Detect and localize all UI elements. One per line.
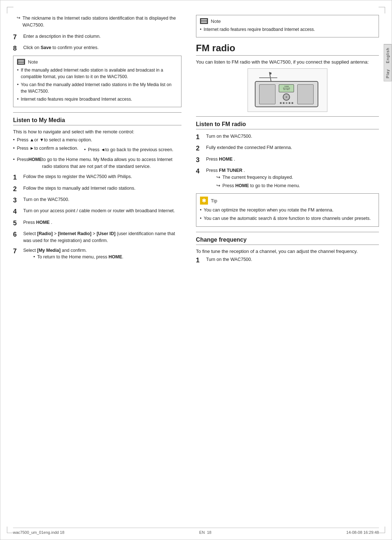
s7-sub-bullet: • To return to the Home menu, press HOME… xyxy=(23,254,181,261)
note-bullet-1: If the manually added Internet radio sta… xyxy=(17,67,177,80)
change-frequency-heading: Change frequency xyxy=(196,237,379,245)
note-right-bullets: Internet radio features require broadban… xyxy=(200,26,375,33)
tip-title: Tip xyxy=(211,198,217,203)
device-body: FM/AMANTENNA88.0 MHz xyxy=(255,81,318,107)
navigate-bullets: Press ▲or ▼to select a menu option. Pres… xyxy=(13,137,181,170)
note-title: Note xyxy=(28,59,38,65)
change-freq-step-1: 1 Turn on the WAC7500. xyxy=(196,256,379,265)
my-media-step-5: 5 Press HOME . xyxy=(13,219,181,227)
device-knob xyxy=(283,93,290,101)
my-media-step-3: 3 Turn on the WAC7500. xyxy=(13,196,181,205)
fm-steps: 1 Turn on the WAC7500. 2 Fully extended … xyxy=(196,133,379,190)
note-icon-right xyxy=(200,18,208,24)
s7-text: Select [My Media] and confirm. • To retu… xyxy=(23,247,181,262)
btn-dot-5 xyxy=(291,102,293,104)
s1-text: Follow the steps to register the WAC7500… xyxy=(23,173,181,180)
cf-s1-num: 1 xyxy=(196,256,204,265)
fm-s2-num: 2 xyxy=(196,144,204,153)
my-media-step-2: 2 Follow the steps to manually add Inter… xyxy=(13,185,181,193)
note-bullets: If the manually added Internet radio sta… xyxy=(17,67,177,102)
s5-num: 5 xyxy=(13,219,21,227)
footer-left: wac7500_um_01eng.indd 18 xyxy=(13,530,64,535)
fm-s3-text: Press HOME . xyxy=(206,156,379,163)
fm-step-1: 1 Turn on the WAC7500. xyxy=(196,133,379,141)
s6-text: Select [Radio] > [Internet Radio] > [Use… xyxy=(23,230,181,244)
s5-text: Press HOME . xyxy=(23,219,181,226)
side-tab-play-label: Play xyxy=(384,66,391,81)
s4-text: Turn on your access point / cable modem … xyxy=(23,207,181,214)
knob-center xyxy=(286,96,287,98)
step-8: 8 Click on Save to confirm your entries. xyxy=(13,44,181,53)
note-box-right: Note Internet radio features require bro… xyxy=(196,15,379,37)
fm-s3-num: 3 xyxy=(196,156,204,164)
corner-mark-tr xyxy=(379,7,385,13)
arrow-bullet-nickname: ↪ The nickname is the Internet radio sta… xyxy=(13,15,181,31)
screen-text: FM/AMANTENNA88.0 MHz xyxy=(283,86,290,91)
cf-s1-text: Turn on the WAC7500. xyxy=(206,256,379,263)
tip-bullet-2: You can use the automatic search & store… xyxy=(200,215,375,222)
fm-s4-num: 4 xyxy=(196,167,204,176)
tip-box: ✱ Tip You can optimize the reception whe… xyxy=(196,193,379,227)
fm-arrow-2: ↪ xyxy=(216,182,220,189)
btn-dot-4 xyxy=(289,102,290,104)
fm-s4-text: Press FM TUNER . ↪ The current frequency… xyxy=(206,167,379,190)
right-column: Note Internet radio features require bro… xyxy=(189,11,379,521)
my-media-steps: 1 Follow the steps to register the WAC75… xyxy=(13,173,181,262)
fm-s4-sub1-text: The current frequency is displayed. xyxy=(222,174,293,181)
side-tab-english-label: English xyxy=(384,44,391,66)
left-column: ↪ The nickname is the Internet radio sta… xyxy=(13,11,189,521)
step-7: 7 Enter a description in the third colum… xyxy=(13,33,181,41)
note-bullet-3: Internet radio features require broadban… xyxy=(17,96,177,102)
note-title-right: Note xyxy=(211,19,221,24)
corner-mark-bl xyxy=(7,527,13,533)
arrow-icon: ↪ xyxy=(17,15,20,20)
note-icon xyxy=(17,59,25,65)
content-area: ↪ The nickname is the Internet radio sta… xyxy=(13,11,379,521)
tip-header: ✱ Tip xyxy=(200,197,375,205)
footer-page-info: EN 18 xyxy=(199,530,212,535)
note-bullet-2: You can find the manually added Internet… xyxy=(17,81,177,94)
footer-num: 18 xyxy=(207,530,211,535)
fm-radio-intro: You can listen to FM radio with the WAC7… xyxy=(196,59,379,65)
change-frequency-intro: To fine tune the reception of a channel,… xyxy=(196,249,379,254)
nav-bullet-2: Press ►to confirm a selection. Press ◄to… xyxy=(13,145,181,155)
footer: wac7500_um_01eng.indd 18 EN 18 14-08-08 … xyxy=(13,528,379,535)
page: English Play ↪ The nickname is the Inter… xyxy=(0,0,392,540)
antenna-wire-h xyxy=(259,77,277,78)
s3-num: 3 xyxy=(13,196,21,205)
divider-right-2 xyxy=(196,232,379,232)
speaker-right xyxy=(297,84,314,104)
device-screen: FM/AMANTENNA88.0 MHz xyxy=(279,84,294,92)
s1-num: 1 xyxy=(13,173,21,182)
note-header-right: Note xyxy=(200,18,375,24)
corner-mark-tl xyxy=(7,7,13,13)
nav-sub-bullets: Press ◄to go back to the previous screen… xyxy=(78,146,173,155)
footer-right: 14-08-08 16:29:48 xyxy=(346,530,379,535)
my-media-step-1: 1 Follow the steps to register the WAC75… xyxy=(13,173,181,182)
fm-s4-sub2: ↪ Press HOME to go to the Home menu. xyxy=(206,182,379,189)
nickname-text: The nickname is the Internet radio stati… xyxy=(23,15,181,29)
my-media-step-4: 4 Turn on your access point / cable mode… xyxy=(13,207,181,216)
btn-dot-2 xyxy=(283,102,285,104)
tip-bullets: You can optimize the reception when you … xyxy=(200,207,375,222)
fm-s1-text: Turn on the WAC7500. xyxy=(206,133,379,140)
step-7-number: 7 xyxy=(13,33,21,41)
s4-num: 4 xyxy=(13,207,21,216)
my-media-step-7: 7 Select [My Media] and confirm. • To re… xyxy=(13,247,181,262)
divider-right-1 xyxy=(196,116,379,117)
listen-my-media-intro: This is how to navigate and select with … xyxy=(13,129,181,134)
nav-bullet-3: Press HOME to go to the Home menu. My Me… xyxy=(13,156,181,170)
listen-fm-radio-heading: Listen to FM radio xyxy=(196,121,379,129)
fm-step-2: 2 Fully extended the connected FM antenn… xyxy=(196,144,379,153)
tip-bullet-1: You can optimize the reception when you … xyxy=(200,207,375,214)
corner-mark-br xyxy=(379,527,385,533)
step-8-number: 8 xyxy=(13,44,21,53)
my-media-step-6: 6 Select [Radio] > [Internet Radio] > [U… xyxy=(13,230,181,244)
note-right-bullet-1: Internet radio features require broadban… xyxy=(200,26,375,33)
center-panel: FM/AMANTENNA88.0 MHz xyxy=(279,84,294,104)
s7-num: 7 xyxy=(13,247,21,255)
fm-s2-text: Fully extended the connected FM antenna. xyxy=(206,144,379,151)
note-box-left: Note If the manually added Internet radi… xyxy=(13,56,181,107)
fm-arrow-1: ↪ xyxy=(216,174,220,181)
fm-s4-sub2-text: Press HOME to go to the Home menu. xyxy=(222,182,300,189)
